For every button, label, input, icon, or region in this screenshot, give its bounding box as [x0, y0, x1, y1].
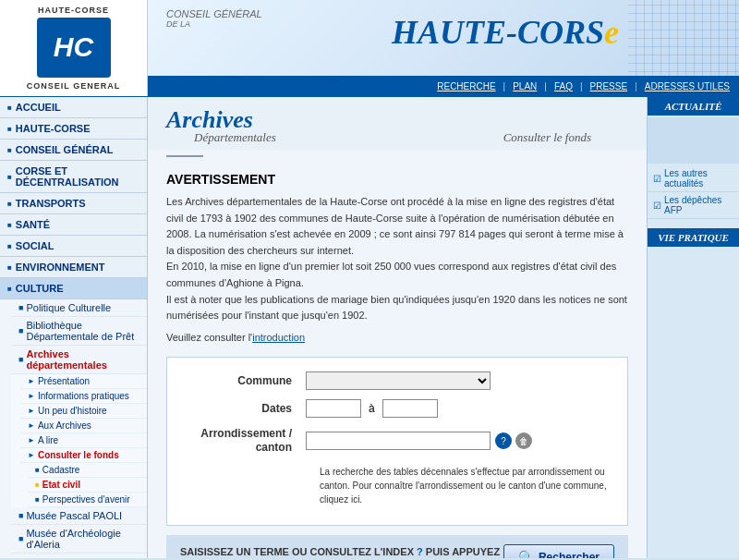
sidebar-item-presentation[interactable]: ►Présentation — [20, 374, 147, 389]
archives-header: Archives Départementales Consulter le fo… — [148, 97, 647, 150]
delete-icon[interactable]: 🗑 — [515, 432, 532, 449]
date-from-input[interactable] — [306, 399, 361, 418]
divider — [166, 155, 203, 157]
sidebar-item-social[interactable]: ■SOCIAL — [0, 236, 147, 257]
sidebar-item-politique-culturelle[interactable]: ■Politique Culturelle — [11, 299, 147, 317]
search-icon: 🔍 — [518, 550, 534, 558]
dates-inputs: à — [306, 399, 438, 418]
sidebar-item-perspectives[interactable]: ■Perspectives d'avenir — [28, 493, 147, 507]
search-label: SAISISSEZ UN TERME OU CONSULTEZ L'INDEX … — [180, 546, 503, 558]
sidebar-item-bibliotheque[interactable]: ■Bibliothèque Départementale de Prêt — [11, 317, 147, 346]
sidebar-item-aux-archives[interactable]: ►Aux Archives — [20, 419, 147, 433]
haute-corse-top-label: HAUTE-CORSE — [38, 6, 109, 15]
header-right: CONSEIL GÉNÉRAL DE LA RECHERCHE | PLAN |… — [148, 0, 739, 96]
introduction-link[interactable]: introduction — [252, 332, 305, 343]
logo-area: HAUTE-CORSE HC CONSEIL GENERAL — [0, 0, 148, 96]
content-body: AVERTISSEMENT Les Archives départemental… — [148, 163, 647, 558]
check-icon-2: ☑ — [653, 201, 661, 211]
actualite-image — [648, 117, 739, 164]
search-form: Commune Dates à Arrondissement / canton — [166, 357, 628, 526]
conseil-general-label: CONSEIL GÉNÉRAL DE LA — [166, 8, 262, 29]
commune-row: Commune — [186, 371, 609, 390]
actualite-item-1[interactable]: ☑ Les autres actualités — [648, 165, 739, 192]
accent-e: e — [604, 14, 619, 51]
main-title: HAUTE-CORSe — [392, 13, 619, 52]
culture-subnav: ■Politique Culturelle ■Bibliothèque Dépa… — [0, 299, 147, 558]
dates-label: Dates — [186, 402, 306, 415]
nav-faq[interactable]: FAQ — [554, 81, 573, 91]
vie-pratique-section: VIE PRATIQUE — [648, 228, 739, 247]
arrond-input[interactable] — [306, 432, 491, 450]
sidebar-item-corse[interactable]: ■CORSE ET DÉCENTRALISATION — [0, 161, 147, 193]
sidebar-item-conseil[interactable]: ■CONSEIL GÉNÉRAL — [0, 140, 147, 161]
sidebar-item-culture[interactable]: ■CULTURE — [0, 278, 147, 299]
arrond-note: La recherche des tables décennales s'eff… — [320, 465, 609, 506]
sidebar-item-haute-corse[interactable]: ■HAUTE-CORSE — [0, 118, 147, 140]
sidebar-item-etat-civil[interactable]: ■Etat civil — [28, 478, 147, 493]
nav-plan[interactable]: PLAN — [513, 81, 537, 91]
search-button[interactable]: 🔍 Rechercher — [503, 544, 614, 558]
header-title: HAUTE-CORSe — [392, 13, 619, 52]
date-to-input[interactable] — [382, 399, 438, 418]
arrond-label: Arrondissement / canton — [186, 427, 306, 456]
actualite-item-2[interactable]: ☑ Les dépêches AFP — [648, 192, 739, 219]
commune-label: Commune — [186, 374, 306, 387]
sidebar-item-musee-pascal[interactable]: ■Musée Pascal PAOLI — [11, 507, 147, 525]
help-icon[interactable]: ? — [495, 432, 512, 449]
form-icons: ? 🗑 — [495, 432, 532, 449]
sidebar-item-transports[interactable]: ■TRANSPORTS — [0, 193, 147, 214]
avertissement-text: Les Archives départementales de la Haute… — [166, 194, 628, 324]
sidebar: ■ACCUEIL ■HAUTE-CORSE ■CONSEIL GÉNÉRAL ■… — [0, 97, 148, 558]
sidebar-item-informations[interactable]: ►Informations pratiques — [20, 389, 147, 404]
arrond-row: Arrondissement / canton ? 🗑 — [186, 427, 609, 456]
dates-row: Dates à — [186, 399, 609, 418]
search-bottom: SAISISSEZ UN TERME OU CONSULTEZ L'INDEX … — [166, 535, 628, 558]
archives-consulter: Consulter le fonds — [503, 130, 628, 145]
consulter-subnav: ■Cadastre ■Etat civil ■Perspectives d'av… — [20, 463, 147, 507]
sidebar-item-histoire[interactable]: ►Un peu d'histoire — [20, 404, 147, 419]
nav-presse[interactable]: PRESSE — [590, 81, 628, 91]
sidebar-item-a-lire[interactable]: ►A lire — [20, 433, 147, 448]
nav-recherche[interactable]: RECHERCHE — [437, 81, 495, 91]
intro-link: Veuillez consulter l'introduction — [166, 332, 628, 343]
sidebar-item-environnement[interactable]: ■ENVIRONNEMENT — [0, 257, 147, 278]
check-icon: ☑ — [653, 174, 661, 184]
avertissement-title: AVERTISSEMENT — [166, 172, 628, 187]
dates-separator: à — [369, 402, 375, 415]
actualite-header: ACTUALITÉ — [648, 97, 739, 116]
archives-subnav: ►Présentation ►Informations pratiques ►U… — [11, 374, 147, 507]
sidebar-item-musee-archeo[interactable]: ■Musée d'Archéologie d'Aleria — [11, 525, 147, 554]
grid-pattern — [628, 0, 739, 96]
main-layout: ■ACCUEIL ■HAUTE-CORSE ■CONSEIL GÉNÉRAL ■… — [0, 97, 739, 558]
right-sidebar: ACTUALITÉ ☑ Les autres actualités ☑ Les … — [647, 97, 739, 558]
sidebar-item-cadastre[interactable]: ■Cadastre — [28, 463, 147, 478]
content-area: Archives Départementales Consulter le fo… — [148, 97, 647, 558]
logo-text: HC — [54, 31, 93, 63]
vie-pratique-header: VIE PRATIQUE — [648, 228, 739, 247]
logo-box: HC — [37, 18, 111, 78]
sidebar-item-accueil[interactable]: ■ACCUEIL — [0, 97, 147, 118]
sidebar-item-contacts[interactable]: ■Contacts — [11, 554, 147, 558]
conseil-label: CONSEIL GENERAL — [27, 81, 120, 91]
header: HAUTE-CORSE HC CONSEIL GENERAL CONSEIL G… — [0, 0, 739, 97]
sidebar-nav: ■ACCUEIL ■HAUTE-CORSE ■CONSEIL GÉNÉRAL ■… — [0, 97, 147, 558]
sidebar-item-consulter[interactable]: ►Consulter le fonds — [20, 448, 147, 463]
commune-select[interactable] — [306, 371, 491, 390]
sidebar-item-sante[interactable]: ■SANTÉ — [0, 214, 147, 236]
sidebar-item-archives[interactable]: ■Archives départementales — [11, 346, 147, 374]
